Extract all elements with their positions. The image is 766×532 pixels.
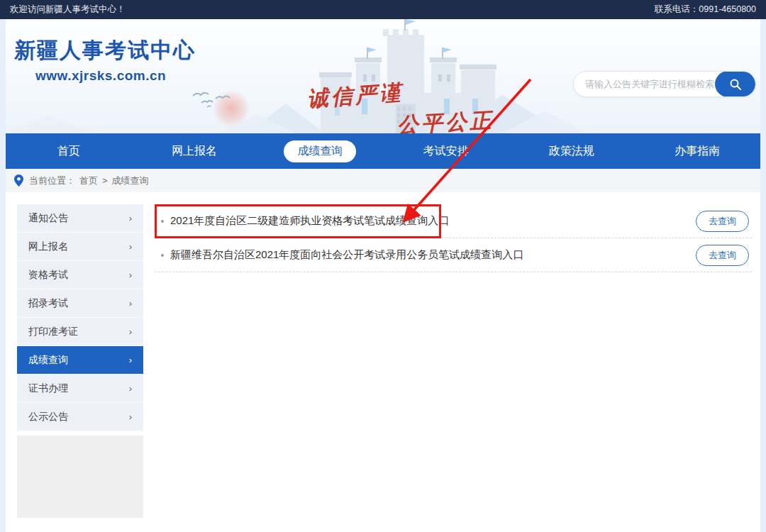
search-input[interactable] [574,79,715,89]
breadcrumb-separator: > [102,175,108,186]
breadcrumb: 当前位置： 首页 > 成绩查询 [6,169,760,192]
chevron-right-icon: › [129,326,132,337]
list-item: 新疆维吾尔自治区2021年度面向社会公开考试录用公务员笔试成绩查询入口 去查询 [155,238,752,272]
go-query-button[interactable]: 去查询 [696,245,749,266]
breadcrumb-current: 成绩查询 [112,174,149,187]
sidebar-filler [17,436,143,518]
chevron-right-icon: › [129,213,132,223]
site-header: 新疆人事考试中心 www.xjrsks.com.cn 诚信严谨 公平公正 [6,19,760,133]
main-nav: 首页 网上报名 成绩查询 考试安排 政策法规 办事指南 [6,133,760,169]
nav-active-pill: 成绩查询 [284,140,356,162]
sidebar-item-public-announcements[interactable]: 公示公告 › [17,403,143,431]
site-logo[interactable]: 新疆人事考试中心 www.xjrsks.com.cn [14,36,196,84]
go-query-button[interactable]: 去查询 [696,211,749,232]
sidebar-item-print-admission-ticket[interactable]: 打印准考证 › [17,318,143,346]
nav-item-service-guide[interactable]: 办事指南 [635,133,760,169]
search-button[interactable] [715,71,755,97]
welcome-text: 欢迎访问新疆人事考试中心！ [10,4,126,16]
sidebar-item-online-registration[interactable]: 网上报名 › [17,233,143,261]
nav-item-exam-schedule[interactable]: 考试安排 [383,133,509,169]
announcement-link-erjian[interactable]: 2021年度自治区二级建造师执业资格考试笔试成绩查询入口 [170,214,449,228]
announcement-link-civil-servant[interactable]: 新疆维吾尔自治区2021年度面向社会公开考试录用公务员笔试成绩查询入口 [170,248,523,262]
chevron-right-icon: › [129,270,132,280]
chevron-right-icon: › [129,298,132,309]
chevron-right-icon: › [129,355,132,365]
sidebar-menu: 通知公告 › 网上报名 › 资格考试 › 招录考试 › 打印准考证 › 成绩查询… [17,204,143,518]
search-bar [573,71,756,97]
sidebar-item-certificate-services[interactable]: 证书办理 › [17,375,143,403]
chevron-right-icon: › [129,411,132,422]
nav-item-home[interactable]: 首页 [6,133,131,169]
bullet-icon [161,220,164,223]
nav-item-policies[interactable]: 政策法规 [509,133,634,169]
search-icon [729,78,742,91]
sidebar-item-score-inquiry[interactable]: 成绩查询 › [17,346,143,375]
birds-icon [192,83,241,111]
location-pin-icon [14,174,23,187]
sidebar-item-notices[interactable]: 通知公告 › [17,204,143,233]
content-area: 通知公告 › 网上报名 › 资格考试 › 招录考试 › 打印准考证 › 成绩查询… [6,192,760,518]
list-item: 2021年度自治区二级建造师执业资格考试笔试成绩查询入口 去查询 [155,204,752,238]
breadcrumb-home[interactable]: 首页 [79,174,98,187]
breadcrumb-label: 当前位置： [29,174,75,187]
contact-phone: 联系电话：0991-4650800 [655,4,756,16]
sidebar-item-qualification-exams[interactable]: 资格考试 › [17,261,143,289]
chevron-right-icon: › [129,241,132,252]
sidebar-item-recruitment-exams[interactable]: 招录考试 › [17,289,143,318]
nav-item-online-registration[interactable]: 网上报名 [131,133,257,169]
bullet-icon [161,254,164,257]
slogan-right: 公平公正 [396,106,494,133]
announcement-list: 2021年度自治区二级建造师执业资格考试笔试成绩查询入口 去查询 新疆维吾尔自治… [155,204,752,518]
chevron-right-icon: › [129,383,132,394]
nav-item-score-inquiry[interactable]: 成绩查询 [257,133,383,169]
top-info-bar: 欢迎访问新疆人事考试中心！ 联系电话：0991-4650800 [0,0,766,19]
site-title: 新疆人事考试中心 [14,36,196,65]
site-url: www.xjrsks.com.cn [35,68,196,84]
page-container: 新疆人事考试中心 www.xjrsks.com.cn 诚信严谨 公平公正 [6,19,760,532]
